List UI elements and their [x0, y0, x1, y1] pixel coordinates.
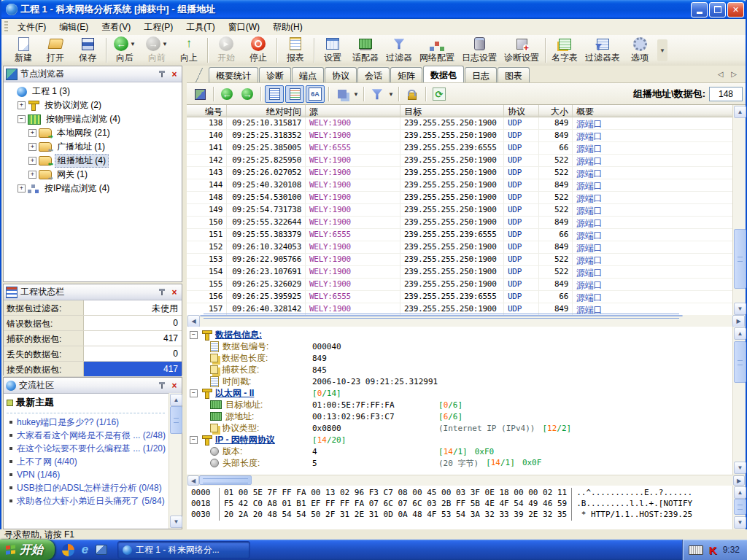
- pin-icon[interactable]: [157, 69, 167, 79]
- desktop-icon[interactable]: [96, 545, 107, 555]
- menu-item-5[interactable]: 窗口(W): [222, 20, 266, 35]
- tree-item-3[interactable]: +本地网段 (21): [5, 126, 182, 140]
- community-scrollbar[interactable]: ▲ ▼: [169, 393, 182, 529]
- column-header-3[interactable]: 目标: [400, 105, 504, 117]
- table-row[interactable]: 14309:25:26.027052WELY:1900239.255.255.2…: [187, 167, 733, 179]
- tree-expander-icon[interactable]: +: [28, 171, 36, 179]
- decode-line-6[interactable]: 目标地址:01:00:5E:7F:FF:FA[0/6]: [187, 399, 733, 411]
- topic-link-5[interactable]: USB接口的ADSL怎样进行分析 (0/48): [7, 482, 169, 494]
- ie-icon[interactable]: e: [79, 544, 91, 556]
- scrollbar-thumb[interactable]: [734, 499, 746, 515]
- tree-item-6[interactable]: +网关 (1): [5, 168, 182, 182]
- scrollbar-thumb[interactable]: [200, 315, 683, 316]
- tree-item-1[interactable]: +按协议浏览 (2): [5, 98, 182, 112]
- toolbar-button-name-table[interactable]: 名字表: [548, 35, 581, 66]
- minimize-button[interactable]: [691, 2, 708, 18]
- pin-icon[interactable]: [157, 381, 167, 391]
- tree-item-0[interactable]: 工程 1 (3): [5, 85, 182, 98]
- scrollbar-thumb[interactable]: [734, 341, 746, 383]
- pin-icon[interactable]: [157, 287, 167, 298]
- lock-button[interactable]: [403, 85, 422, 103]
- table-row[interactable]: 14809:25:54.530100WELY:1900239.255.255.2…: [187, 192, 733, 204]
- toolbar-button-filter[interactable]: 过滤器: [382, 35, 416, 66]
- decode-view-toggle[interactable]: [285, 85, 304, 103]
- tree-expander-icon[interactable]: −: [190, 436, 198, 444]
- taskbar-clock[interactable]: 9:32: [723, 545, 740, 555]
- tree-item-5[interactable]: +组播地址 (4): [5, 154, 182, 168]
- tab-协议[interactable]: 协议: [325, 67, 357, 82]
- decode-line-9[interactable]: −IP - 因特网协议[14/20]: [187, 434, 733, 446]
- status-row-3[interactable]: 丢失的数据包:0: [4, 346, 182, 362]
- scroll-up-icon[interactable]: ▲: [734, 106, 746, 118]
- toolbar-button-network-config[interactable]: 网络配置: [416, 35, 458, 66]
- table-row[interactable]: 15009:25:55.322644WELY:1900239.255.255.2…: [187, 217, 733, 229]
- tree-expander-icon[interactable]: −: [190, 331, 198, 339]
- column-header-6[interactable]: 概要: [573, 105, 733, 117]
- toolbar-button-adapter[interactable]: 适配器: [349, 35, 382, 66]
- toolbar-button-save[interactable]: 保存: [71, 35, 104, 66]
- decode-line-7[interactable]: 源地址:00:13:02:96:F3:C7[6/6]: [187, 411, 733, 422]
- table-row[interactable]: 15409:26:23.107691WELY:1900239.255.255.2…: [187, 266, 733, 279]
- antivirus-tray-icon[interactable]: K: [709, 544, 717, 556]
- topic-link-1[interactable]: 大家看看这个网络是不是有很 ... (2/48): [7, 429, 169, 441]
- scroll-left-icon[interactable]: ◀: [187, 315, 200, 327]
- toolbar-button-new-file[interactable]: 新建: [7, 35, 39, 66]
- toolbar-button-settings[interactable]: 设置: [317, 35, 349, 66]
- close-button[interactable]: ✕: [727, 2, 744, 18]
- tab-概要统计[interactable]: 概要统计: [209, 67, 258, 82]
- menu-grip[interactable]: [4, 21, 8, 33]
- tree-expander-icon[interactable]: −: [18, 115, 26, 123]
- table-row[interactable]: 15709:26:40.328142WELY:1900239.255.255.2…: [187, 303, 733, 316]
- tab-端点[interactable]: 端点: [292, 67, 324, 82]
- table-row[interactable]: 15109:25:55.383379WELY:6555239.255.255.2…: [187, 229, 733, 241]
- tree-item-7[interactable]: +按IP端点浏览 (4): [5, 182, 182, 195]
- dropdown-caret-icon[interactable]: ▼: [130, 41, 136, 47]
- scroll-down-icon[interactable]: ▼: [170, 516, 182, 528]
- packet-table-scrollbar[interactable]: ▲ ▼: [732, 105, 746, 316]
- menu-item-0[interactable]: 文件(F): [11, 20, 53, 35]
- toolbar-button-report[interactable]: 报表: [279, 35, 311, 66]
- scroll-down-icon[interactable]: ▼: [734, 516, 746, 529]
- refresh-button[interactable]: [430, 85, 449, 103]
- table-row[interactable]: 15609:26:25.395925WELY:6555239.255.255.2…: [187, 291, 733, 303]
- decode-line-10[interactable]: 版本:4[14/1]0xF0: [187, 446, 733, 457]
- tree-expander-icon[interactable]: −: [190, 389, 198, 397]
- table-row[interactable]: 15309:26:22.905766WELY:1900239.255.255.2…: [187, 254, 733, 266]
- tree-expander-icon[interactable]: +: [28, 157, 36, 165]
- table-row[interactable]: 15209:26:10.324053WELY:1900239.255.255.2…: [187, 241, 733, 254]
- table-row[interactable]: 13809:25:10.315817WELY:1900239.255.255.2…: [187, 117, 733, 130]
- table-row[interactable]: 15509:26:25.326029WELY:1900239.255.255.2…: [187, 279, 733, 291]
- hex-scrollbar[interactable]: ▲ ▼: [732, 486, 746, 529]
- hex-view-toggle[interactable]: 6A: [306, 85, 325, 103]
- scroll-right-icon[interactable]: ▶: [732, 315, 745, 327]
- columns-button[interactable]: [333, 85, 352, 103]
- tree-expander-icon[interactable]: +: [28, 129, 36, 137]
- menu-item-4[interactable]: 工具(T): [179, 20, 221, 35]
- scroll-right-icon[interactable]: ▶: [733, 475, 745, 486]
- tab-会话[interactable]: 会话: [357, 67, 390, 82]
- toolbar-button-up[interactable]: 向上: [173, 35, 205, 66]
- scroll-down-icon[interactable]: ▼: [734, 303, 746, 315]
- hex-line-2[interactable]: 003020 2A 20 48 54 54 50 2F 31 2E 31 0D …: [187, 510, 733, 521]
- menu-item-2[interactable]: 查看(V): [95, 20, 137, 35]
- summary-view-toggle[interactable]: [265, 85, 284, 103]
- restore-button[interactable]: [709, 2, 726, 18]
- tab-数据包[interactable]: 数据包: [423, 66, 464, 82]
- table-row[interactable]: 14009:25:25.318352WELY:1900239.255.255.2…: [187, 130, 733, 142]
- toolbar-button-back[interactable]: ▼向后: [109, 35, 141, 66]
- tab-诊断[interactable]: 诊断: [259, 67, 291, 82]
- toolbar-button-stop[interactable]: 停止: [242, 35, 274, 66]
- decode-line-5[interactable]: −以太网 - II[0/14]: [187, 387, 733, 399]
- scroll-down-icon[interactable]: ▼: [734, 462, 746, 474]
- decode-line-0[interactable]: −数据包信息:: [187, 329, 733, 341]
- toolbar-button-log-settings[interactable]: 日志设置: [458, 35, 500, 66]
- column-header-5[interactable]: 大小: [539, 105, 573, 117]
- topic-link-0[interactable]: hukey端口是多少?? (1/16): [7, 416, 169, 428]
- decode-line-11[interactable]: 头部长度:5(20 字节)[14/1]0x0F: [187, 457, 733, 469]
- tree-expander-icon[interactable]: +: [18, 184, 26, 192]
- packet-table-hscrollbar[interactable]: ◀ ▶: [187, 315, 746, 327]
- tree-item-4[interactable]: +广播地址 (1): [5, 140, 182, 154]
- tab-图表[interactable]: 图表: [498, 67, 530, 82]
- table-row[interactable]: 14409:25:40.320108WELY:1900239.255.255.2…: [187, 179, 733, 192]
- menu-item-1[interactable]: 编辑(E): [53, 20, 95, 35]
